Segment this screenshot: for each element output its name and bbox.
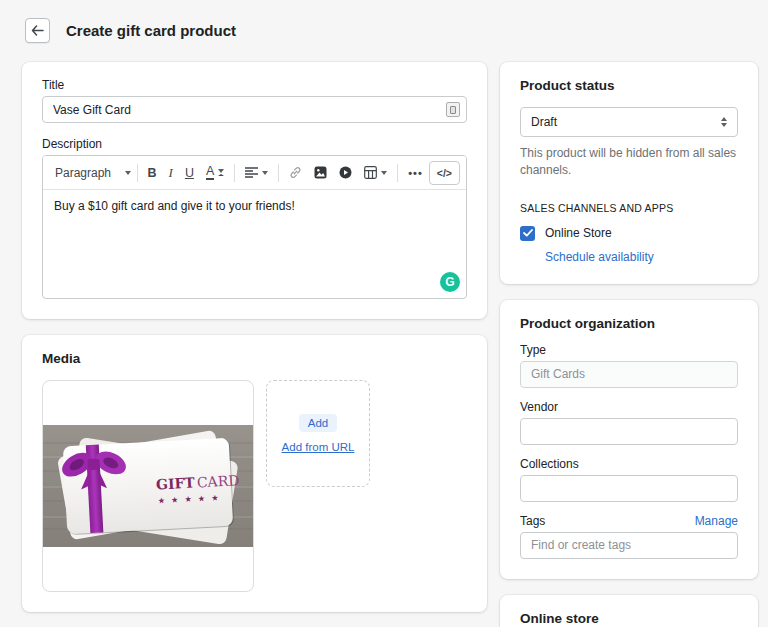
underline-button[interactable]: U (179, 160, 200, 186)
paragraph-style-dropdown[interactable]: Paragraph (49, 160, 133, 186)
tags-label: Tags (520, 514, 545, 528)
toolbar-divider (278, 164, 279, 182)
insert-image-button[interactable] (308, 160, 333, 186)
title-description-card: Title Description Paragraph B I (22, 62, 487, 319)
type-input (520, 361, 738, 388)
online-store-heading: Online store (520, 611, 738, 626)
show-html-button[interactable]: </> (429, 161, 460, 185)
media-upload-dropzone[interactable]: Add Add from URL (266, 380, 370, 487)
collections-input[interactable] (520, 475, 738, 502)
description-text: Buy a $10 gift card and give it to your … (54, 199, 295, 213)
toolbar-divider (234, 164, 235, 182)
back-button[interactable] (25, 18, 50, 43)
status-help-text: This product will be hidden from all sal… (520, 145, 738, 180)
chevron-down-icon (218, 169, 224, 176)
toolbar-divider (397, 164, 398, 182)
description-textarea[interactable]: Buy a $10 gift card and give it to your … (43, 190, 466, 298)
link-icon (289, 166, 302, 179)
sales-channels-caption: SALES CHANNELS AND APPS (520, 202, 738, 214)
video-play-icon (339, 166, 352, 179)
media-card: Media (22, 335, 487, 612)
product-organization-heading: Product organization (520, 316, 738, 331)
page-header: Create gift card product (0, 0, 768, 46)
vendor-input[interactable] (520, 418, 738, 445)
bold-button[interactable]: B (142, 160, 163, 186)
product-status-heading: Product status (520, 78, 738, 93)
chevron-down-icon (262, 171, 268, 175)
title-label: Title (42, 78, 467, 92)
toolbar-divider (137, 164, 138, 182)
description-editor: Paragraph B I U A (42, 155, 467, 299)
image-icon (314, 166, 327, 179)
gift-card-card-word: CARD (196, 472, 239, 490)
title-input[interactable] (42, 96, 467, 123)
add-from-url-link[interactable]: Add from URL (282, 441, 355, 453)
vendor-label: Vendor (520, 400, 738, 414)
add-media-button[interactable]: Add (299, 414, 337, 432)
online-store-card: Online store (500, 595, 758, 627)
arrow-left-icon (31, 25, 44, 36)
page-title: Create gift card product (66, 22, 236, 39)
more-options-button[interactable]: ••• (402, 160, 429, 186)
insert-table-dropdown[interactable] (358, 160, 393, 186)
media-thumbnail[interactable]: GIFT CARD ★ ★ ★ ★ ★ (42, 380, 254, 592)
select-updown-icon (721, 117, 727, 127)
chevron-down-icon (381, 171, 387, 175)
browser-extension-icon[interactable] (446, 102, 460, 117)
product-status-card: Product status Draft This product will b… (500, 62, 758, 284)
product-organization-card: Product organization Type Vendor Collect… (500, 300, 758, 579)
type-label: Type (520, 343, 738, 357)
online-store-label: Online Store (545, 226, 612, 240)
alignment-dropdown[interactable] (239, 160, 274, 186)
insert-link-button[interactable] (283, 160, 308, 186)
status-select[interactable]: Draft (520, 107, 738, 137)
collections-label: Collections (520, 457, 738, 471)
align-left-icon (245, 167, 258, 178)
italic-button[interactable]: I (163, 160, 179, 186)
media-heading: Media (42, 351, 467, 366)
table-icon (364, 166, 377, 179)
status-selected-value: Draft (531, 115, 557, 129)
insert-video-button[interactable] (333, 160, 358, 186)
manage-tags-link[interactable]: Manage (695, 514, 738, 528)
text-color-button[interactable]: A (200, 160, 230, 186)
check-icon (523, 229, 533, 237)
gift-card-photo: GIFT CARD ★ ★ ★ ★ ★ (43, 425, 253, 547)
editor-toolbar: Paragraph B I U A (43, 156, 466, 190)
gift-card-gift-word: GIFT (156, 475, 196, 493)
schedule-availability-link[interactable]: Schedule availability (545, 250, 654, 264)
online-store-checkbox[interactable] (520, 226, 535, 241)
grammarly-icon[interactable]: G (440, 272, 460, 292)
chevron-down-icon (125, 171, 131, 175)
description-label: Description (42, 137, 467, 151)
tags-input[interactable] (520, 532, 738, 559)
